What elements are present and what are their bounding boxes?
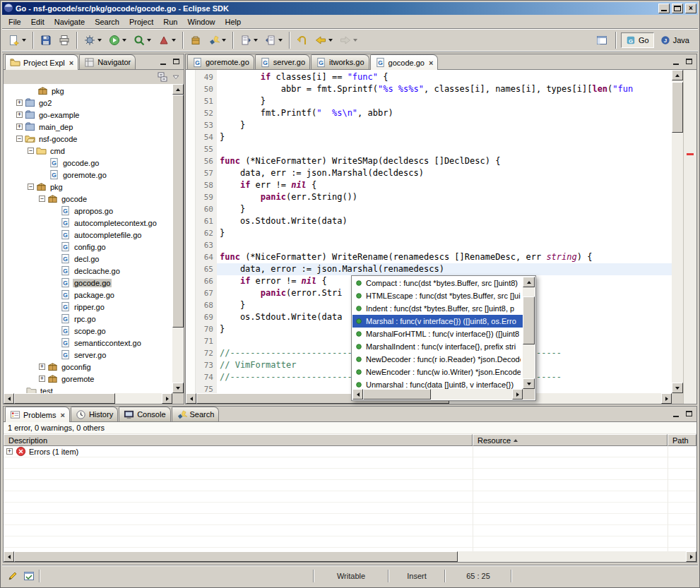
tree-vertical-scrollbar[interactable]	[172, 84, 184, 393]
code-line-57[interactable]: 57 data, err := json.Marshal(decldescs)	[196, 167, 672, 179]
scrollbar-thumb[interactable]	[523, 296, 535, 344]
dropdown-arrow-icon[interactable]	[254, 39, 258, 42]
scroll-left-icon[interactable]	[4, 551, 14, 562]
tree-item-apropos-go[interactable]: Gapropos.go	[4, 205, 172, 217]
completion-item-htmlescape[interactable]: HTMLEscape : func(dst *bytes.Buffer, src…	[352, 289, 523, 302]
new-wizard-button[interactable]	[6, 31, 29, 49]
editor-tab-gocode-go[interactable]: Ggocode.go×	[370, 54, 439, 70]
code-line-62[interactable]: 62}	[196, 227, 672, 239]
save-button[interactable]	[37, 31, 54, 49]
maximize-editor-button[interactable]	[684, 57, 694, 66]
close-tab-icon[interactable]: ×	[429, 59, 433, 67]
tree-item-pkg[interactable]: pkg	[4, 85, 172, 97]
problems-row-errors-1-item[interactable]: +Errors (1 item)	[4, 446, 696, 457]
collapse-icon[interactable]: −	[28, 184, 34, 190]
completion-item-newencoder[interactable]: NewEncoder : func(w io.Writer) *json.Enc…	[352, 366, 523, 378]
tree-item-gocode[interactable]: −gocode	[4, 193, 172, 205]
code-line-65[interactable]: 65 data, error := json.Marshal(renamedes…	[196, 263, 672, 275]
tree-horizontal-scrollbar[interactable]	[4, 393, 172, 404]
dropdown-arrow-icon[interactable]	[122, 39, 126, 42]
expand-icon[interactable]: +	[16, 124, 23, 130]
bottom-tab-history[interactable]: History	[71, 407, 118, 421]
scrollbar-thumb[interactable]	[172, 95, 184, 328]
tree-item-gocode-go[interactable]: Ggocode.go	[4, 277, 172, 289]
menu-run[interactable]: Run	[158, 16, 182, 28]
tree-item-autocompletefile-go[interactable]: Gautocompletefile.go	[4, 229, 172, 241]
column-divider[interactable]	[668, 446, 668, 551]
tree-item-go2[interactable]: +go2	[4, 97, 172, 109]
tree-item-ripper-go[interactable]: Gripper.go	[4, 301, 172, 313]
completion-item-marshalforhtml[interactable]: MarshalForHTML : func(v interface{}) ([]…	[352, 328, 523, 340]
scroll-left-icon[interactable]	[4, 393, 14, 404]
dropdown-arrow-icon[interactable]	[22, 39, 26, 42]
expand-icon[interactable]: +	[16, 112, 23, 118]
expand-icon[interactable]: +	[39, 376, 45, 382]
code-line-61[interactable]: 61 os.Stdout.Write(data)	[196, 215, 672, 227]
open-perspective-button[interactable]	[593, 31, 610, 49]
code-line-58[interactable]: 58 if err != nil {	[196, 179, 672, 191]
explorer-tab-navigator[interactable]: Navigator	[79, 54, 136, 69]
next-annotation-button[interactable]	[237, 31, 261, 49]
scrollbar-thumb[interactable]	[672, 82, 683, 133]
editor-vertical-scrollbar[interactable]	[672, 70, 683, 393]
tree-item-nsf-gocode[interactable]: −nsf-gocode	[4, 133, 172, 145]
column-header-description[interactable]: Description	[4, 434, 473, 446]
status-fastview-button[interactable]	[23, 570, 35, 582]
menu-window[interactable]: Window	[182, 16, 220, 28]
dropdown-arrow-icon[interactable]	[278, 39, 283, 42]
scroll-down-icon[interactable]	[523, 378, 535, 389]
menu-help[interactable]: Help	[220, 16, 247, 28]
explorer-tab-project-expl[interactable]: Project Expl×	[5, 54, 78, 70]
scroll-left-icon[interactable]	[186, 393, 196, 404]
tree-item-scope-go[interactable]: Gscope.go	[4, 325, 172, 337]
dropdown-arrow-icon[interactable]	[222, 39, 226, 42]
scroll-right-icon[interactable]	[686, 551, 696, 562]
search-button[interactable]	[206, 31, 229, 49]
perspective-go-button[interactable]: GGo	[621, 32, 654, 48]
tree-item-server-go[interactable]: Gserver.go	[4, 349, 172, 361]
error-mark[interactable]	[687, 153, 694, 155]
bottom-tab-console[interactable]: Console	[119, 407, 170, 421]
profile-button[interactable]	[155, 31, 179, 49]
maximize-view-button[interactable]	[684, 409, 694, 419]
perspective-java-button[interactable]: JJava	[655, 32, 694, 48]
tree-item-go-example[interactable]: +go-example	[4, 109, 172, 121]
code-line-64[interactable]: 64func (*NiceFormatter) WriteRename(rena…	[196, 251, 672, 263]
debug-button[interactable]	[81, 31, 105, 49]
collapse-icon[interactable]: −	[16, 136, 23, 142]
run-button[interactable]	[106, 31, 129, 49]
dropdown-arrow-icon[interactable]	[172, 39, 176, 42]
code-line-49[interactable]: 49 if classes[i] == "func" {	[196, 71, 672, 83]
scroll-left-icon[interactable]	[352, 389, 363, 400]
code-line-50[interactable]: 50 abbr = fmt.Sprintf("%s %s%s", classes…	[196, 83, 672, 95]
problems-horizontal-scrollbar[interactable]	[4, 551, 696, 562]
collapse-all-button[interactable]	[156, 71, 169, 83]
dropdown-arrow-icon[interactable]	[97, 39, 102, 42]
collapse-icon[interactable]: −	[28, 148, 34, 154]
column-divider[interactable]	[473, 446, 473, 551]
completion-item-indent[interactable]: Indent : func(dst *bytes.Buffer, src []u…	[352, 302, 523, 315]
menu-project[interactable]: Project	[124, 16, 158, 28]
maximize-view-button[interactable]	[172, 57, 182, 66]
tree-item-semanticcontext-go[interactable]: Gsemanticcontext.go	[4, 337, 172, 349]
tree-item-goconfig[interactable]: +goconfig	[4, 361, 172, 373]
tree-item-declcache-go[interactable]: Gdeclcache.go	[4, 265, 172, 277]
tree-item-rpc-go[interactable]: Grpc.go	[4, 313, 172, 325]
tree-item-config-go[interactable]: Gconfig.go	[4, 241, 172, 253]
close-button[interactable]: ×	[685, 4, 696, 13]
code-line-53[interactable]: 53 }	[196, 119, 672, 131]
completion-item-compact[interactable]: Compact : func(dst *bytes.Buffer, src []…	[352, 277, 523, 289]
scroll-right-icon[interactable]	[512, 389, 523, 400]
tree-item-goremote-go[interactable]: Ggoremote.go	[4, 169, 172, 181]
completion-item-unmarshal[interactable]: Unmarshal : func(data []uint8, v interfa…	[352, 378, 523, 389]
code-line-55[interactable]: 55	[196, 143, 672, 155]
back-button[interactable]	[312, 31, 336, 49]
dropdown-arrow-icon[interactable]	[147, 39, 151, 42]
tree-item-autocompletecontext-go[interactable]: Gautocompletecontext.go	[4, 217, 172, 229]
last-edit-location-button[interactable]	[294, 31, 311, 49]
column-header-path[interactable]: Path	[668, 434, 696, 446]
menu-file[interactable]: File	[4, 16, 26, 28]
close-tab-icon[interactable]: ×	[69, 59, 73, 67]
view-menu-button[interactable]	[171, 72, 181, 82]
scroll-down-icon[interactable]	[172, 383, 184, 393]
